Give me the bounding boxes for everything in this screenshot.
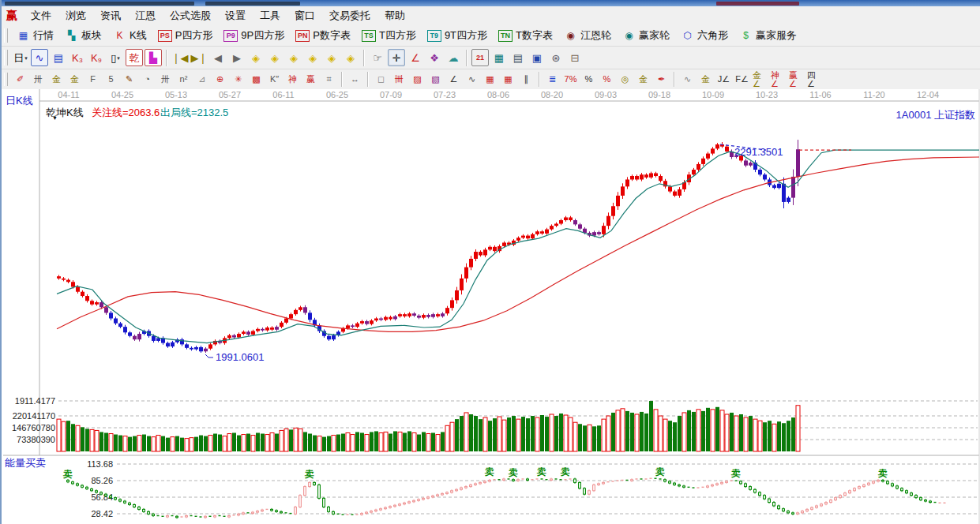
- grid-box-arrow-icon[interactable]: ▦: [500, 72, 516, 88]
- gold-grid-b-icon[interactable]: 金: [66, 72, 83, 88]
- diamond-center-icon[interactable]: ◈: [342, 49, 359, 66]
- menu-item-file[interactable]: 文件: [24, 7, 58, 24]
- toolbar-button-p-square[interactable]: PSP四方形: [152, 27, 219, 44]
- zigzag-icon[interactable]: ∿: [31, 49, 48, 66]
- toolbar-button-sectors[interactable]: ▚板块: [59, 27, 107, 44]
- window-titlebar[interactable]: [2, 0, 980, 6]
- calculator-icon[interactable]: ▦: [490, 49, 508, 66]
- crosshair-tool-icon[interactable]: ✛: [388, 49, 405, 66]
- mirror-icon[interactable]: ⊿: [193, 72, 210, 88]
- parallel-lines-icon[interactable]: ∥: [518, 72, 535, 88]
- volume-style-icon[interactable]: ▙: [145, 49, 162, 66]
- toolbar-grip[interactable]: [4, 73, 8, 87]
- menu-item-browse[interactable]: 浏览: [58, 7, 93, 24]
- diamond-move-icon[interactable]: ◈: [304, 49, 321, 66]
- shen-grid-icon[interactable]: 神: [284, 72, 301, 88]
- si-angle-icon[interactable]: 四∠: [806, 72, 823, 88]
- gold-angle-icon[interactable]: 金∠: [752, 72, 768, 88]
- menu-item-tools[interactable]: 工具: [253, 7, 287, 24]
- line-box-icon[interactable]: ▧: [427, 72, 444, 88]
- toolbar-button-9p-square[interactable]: P99P四方形: [218, 27, 290, 44]
- fan-box-icon[interactable]: ▨: [409, 72, 426, 88]
- diamond-left-icon[interactable]: ◈: [247, 49, 265, 66]
- toolbar-grip[interactable]: [4, 28, 8, 43]
- h-measure-icon[interactable]: ↔: [347, 72, 363, 88]
- kline-chart-canvas[interactable]: 04-1104-2505-1305-2706-1106-2507-0907-23…: [2, 89, 980, 524]
- k-quote-icon[interactable]: K″: [266, 72, 283, 88]
- toolbar-button-winner-wheel[interactable]: ◉赢家轮: [617, 27, 675, 44]
- gold-circle-icon[interactable]: ◎: [617, 72, 633, 88]
- toolbar-grip[interactable]: [4, 50, 8, 66]
- gold-grid-a-icon[interactable]: 金: [48, 72, 65, 88]
- grid-box-icon[interactable]: ▦: [482, 72, 498, 88]
- toolbar-button-quotes[interactable]: ▦行情: [11, 27, 59, 44]
- menu-item-news[interactable]: 资讯: [93, 7, 128, 24]
- diamond-expand-icon[interactable]: ◈: [285, 49, 302, 66]
- gann-fan-icon[interactable]: 卌: [391, 72, 407, 88]
- diamond-star-icon[interactable]: ◈: [323, 49, 340, 66]
- calendar-icon[interactable]: 21: [471, 49, 489, 66]
- nav-last-icon[interactable]: ▶❘: [190, 49, 208, 66]
- star-grid-icon[interactable]: ✳: [230, 72, 246, 88]
- clock-grid-icon[interactable]: ◔: [139, 72, 156, 88]
- menu-item-help[interactable]: 帮助: [377, 7, 412, 24]
- price-ladder-icon[interactable]: ≣: [544, 72, 561, 88]
- f-angle-icon[interactable]: F∠: [734, 72, 750, 88]
- ornament-tool-icon[interactable]: ❖: [426, 49, 443, 66]
- toolbar-button-winner-service[interactable]: $赢家服务: [734, 27, 802, 44]
- kline-type-dropdown-icon[interactable]: ▼: [52, 115, 58, 121]
- document-icon[interactable]: ▤: [50, 49, 67, 66]
- gold-underline-icon[interactable]: 金: [697, 72, 714, 88]
- wave-line-icon[interactable]: ∿: [679, 72, 696, 88]
- j-angle-icon[interactable]: J∠: [715, 72, 732, 88]
- target-icon[interactable]: ⊕: [212, 72, 228, 88]
- n2-grid-icon[interactable]: n²: [175, 72, 192, 88]
- notes-icon[interactable]: ▤: [509, 49, 527, 66]
- brush-icon[interactable]: ✐: [12, 72, 28, 88]
- menu-item-gann[interactable]: 江恩: [128, 7, 163, 24]
- nav-prev-icon[interactable]: ◀: [209, 49, 227, 66]
- angle-tool-icon[interactable]: ∠: [407, 49, 424, 66]
- diamond-right-icon[interactable]: ◈: [266, 49, 283, 66]
- qiankun-kline-icon[interactable]: 乾: [126, 49, 143, 66]
- shen-angle-icon[interactable]: 神∠: [770, 72, 787, 88]
- gold-line-icon[interactable]: 金: [635, 72, 651, 88]
- delivery-icon[interactable]: ⊟: [566, 49, 584, 66]
- wave-v-icon[interactable]: ∿: [464, 72, 480, 88]
- cloud-tool-icon[interactable]: ☁: [445, 49, 462, 66]
- ruler-grid-icon[interactable]: 卅: [157, 72, 174, 88]
- toolbar-button-t-number-table[interactable]: TNT数字表: [493, 27, 558, 44]
- period-day-icon[interactable]: 日▾: [12, 49, 29, 66]
- box-tool-icon[interactable]: ◻: [373, 72, 389, 88]
- ruler-123-icon[interactable]: ⌗: [321, 72, 337, 88]
- nav-next-icon[interactable]: ▶: [228, 49, 246, 66]
- candle-style-icon[interactable]: ▯▾: [107, 49, 124, 66]
- seven-percent-icon[interactable]: 7%: [562, 72, 579, 88]
- percent-icon[interactable]: %: [580, 72, 597, 88]
- pen-grid-icon[interactable]: ✎: [121, 72, 137, 88]
- indicator-name-label[interactable]: 能量买卖: [5, 456, 46, 470]
- web-report-icon[interactable]: ⊛: [547, 49, 565, 66]
- menu-item-formula-pick[interactable]: 公式选股: [163, 7, 218, 24]
- toolbar-button-t-square[interactable]: TST四方形: [356, 27, 422, 44]
- web-grid-icon[interactable]: ▩: [248, 72, 265, 88]
- toolbar-button-kline[interactable]: KK线: [107, 27, 152, 44]
- toolbar-button-gann-wheel[interactable]: ◉江恩轮: [558, 27, 617, 44]
- toolbar-button-hexagon[interactable]: ⬡六角形: [675, 27, 734, 44]
- toolbar-button-p-number-table[interactable]: PNP数字表: [290, 27, 356, 44]
- toolbar-button-9t-square[interactable]: T99T四方形: [422, 27, 493, 44]
- chart-area[interactable]: 04-1104-2505-1305-2706-1106-2507-0907-23…: [2, 89, 980, 524]
- nav-first-icon[interactable]: ❘◀: [171, 49, 189, 66]
- ying-angle-icon[interactable]: 赢∠: [788, 72, 805, 88]
- hand-tool-icon[interactable]: ☞: [369, 49, 386, 66]
- kline3-icon[interactable]: K₃: [69, 49, 86, 66]
- f-grid-icon[interactable]: F: [84, 72, 101, 88]
- menu-item-settings[interactable]: 设置: [218, 7, 253, 24]
- ying-grid-icon[interactable]: 赢: [302, 72, 319, 88]
- percent-line-icon[interactable]: %: [599, 72, 615, 88]
- kline9-icon[interactable]: K₉: [88, 49, 105, 66]
- grid-ruler-icon[interactable]: 卅: [30, 72, 47, 88]
- ray-lines-icon[interactable]: ∠: [445, 72, 462, 88]
- menu-item-trade[interactable]: 交易委托: [322, 7, 377, 24]
- save-icon[interactable]: ▣: [528, 49, 546, 66]
